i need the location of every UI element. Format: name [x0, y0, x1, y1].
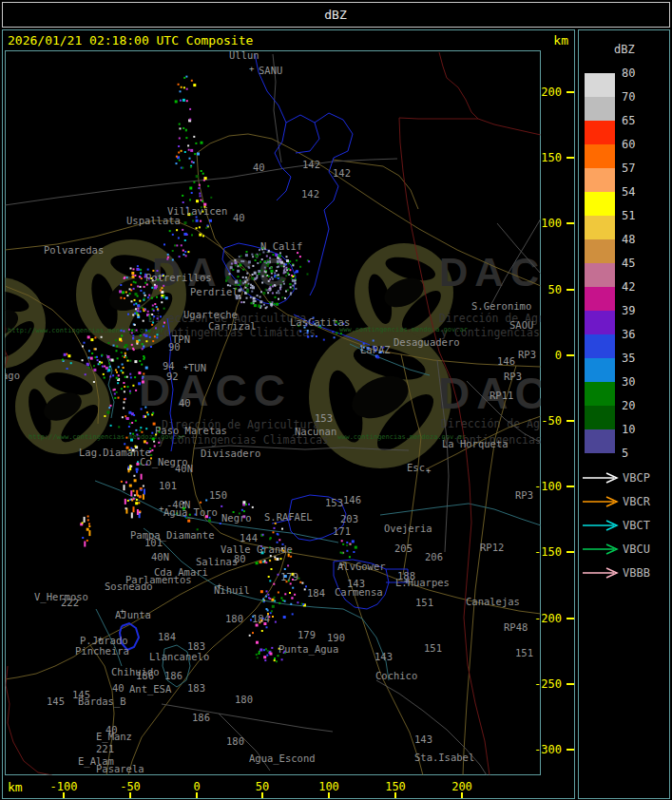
radar-echo	[138, 371, 141, 374]
radar-echo	[119, 338, 122, 341]
map-label: 142	[301, 188, 319, 200]
radar-echo	[349, 543, 351, 545]
radar-echo	[276, 276, 278, 277]
radar-echo	[240, 256, 242, 257]
radar-echo	[144, 489, 145, 495]
radar-echo	[257, 275, 259, 276]
radar-echo	[121, 334, 123, 336]
radar-echo	[285, 291, 287, 293]
radar-echo	[131, 300, 133, 302]
radar-echo	[116, 371, 118, 373]
radar-echo	[269, 580, 271, 581]
radar-echo	[176, 156, 178, 158]
map-label: 143	[414, 733, 432, 745]
map-label: Valle Grande	[221, 543, 293, 555]
radar-echo	[262, 534, 264, 536]
radar-echo	[267, 259, 269, 261]
radar-echo	[268, 576, 270, 578]
radar-echo	[172, 250, 174, 252]
radar-echo	[107, 355, 110, 358]
radar-echo	[144, 333, 145, 335]
scale-value: 45	[622, 257, 635, 270]
radar-echo	[64, 353, 67, 356]
radar-echo	[122, 355, 124, 357]
map-label: RP3	[518, 349, 536, 360]
radar-echo	[235, 261, 238, 264]
map-label: Negro	[221, 512, 252, 524]
radar-echo	[274, 597, 276, 599]
radar-echo	[125, 356, 127, 358]
radar-echo	[91, 352, 93, 354]
map-label: 144	[240, 532, 258, 543]
scale-swatch	[585, 287, 615, 311]
scale-value: 42	[622, 280, 635, 294]
radar-echo	[135, 502, 138, 505]
radar-echo	[271, 647, 273, 649]
radar-echo	[269, 289, 271, 291]
radar-echo	[290, 286, 292, 288]
map-label: 180	[235, 694, 253, 705]
radar-echo	[114, 393, 116, 395]
radar-echo	[147, 311, 149, 313]
radar-echo	[141, 431, 143, 433]
radar-echo	[248, 504, 250, 505]
radar-echo	[248, 283, 250, 285]
radar-echo	[288, 268, 290, 270]
map-label: E_Manz	[96, 731, 132, 743]
radar-echo	[304, 588, 306, 590]
radar-echo	[198, 187, 200, 189]
map-label: Uspallata	[126, 215, 181, 226]
radar-echo	[151, 314, 153, 315]
map-label: 90	[168, 341, 181, 352]
radar-echo	[123, 367, 125, 369]
radar-echo	[132, 334, 134, 336]
radar-echo	[133, 288, 135, 290]
map-label: Punta_Agua	[278, 643, 338, 656]
map-label: Paso_Maretas	[155, 425, 227, 437]
radar-echo	[204, 177, 207, 180]
scale-value: 10	[622, 423, 635, 436]
x-axis-tick	[261, 792, 263, 798]
radar-echo	[272, 616, 274, 618]
radar-echo	[126, 276, 128, 278]
radar-echo	[183, 77, 185, 79]
radar-echo	[242, 282, 244, 284]
radar-echo	[263, 304, 265, 306]
radar-echo	[152, 340, 154, 342]
radar-echo	[261, 282, 263, 284]
radar-echo	[234, 259, 236, 261]
radar-echo	[123, 408, 125, 410]
legend-code: VBBB	[623, 566, 650, 580]
radar-echo	[120, 284, 122, 286]
radar-echo	[88, 350, 90, 352]
radar-echo	[118, 397, 120, 399]
radar-echo	[272, 293, 274, 295]
radar-echo	[276, 303, 278, 306]
radar-echo	[185, 129, 187, 131]
radar-echo	[117, 382, 119, 384]
radar-echo	[135, 293, 138, 295]
radar-echo	[252, 274, 254, 276]
radar-echo	[167, 254, 169, 256]
radar-echo	[110, 425, 112, 427]
radar-echo	[267, 265, 269, 267]
km-unit-bottom: km	[8, 780, 23, 794]
radar-echo	[299, 266, 301, 268]
radar-echo	[144, 407, 146, 409]
radar-echo	[240, 283, 241, 285]
radar-echo	[270, 270, 273, 273]
radar-echo	[276, 558, 278, 561]
radar-echo	[155, 327, 157, 329]
radar-echo	[259, 561, 262, 563]
scale-swatch	[585, 429, 615, 453]
radar-echo	[192, 220, 194, 222]
radar-echo	[279, 252, 281, 254]
radar-echo	[193, 136, 195, 138]
map-label: Sosneado	[105, 581, 153, 592]
radar-echo	[127, 500, 129, 502]
radar-echo	[271, 267, 273, 269]
radar-echo	[290, 556, 292, 558]
scale-swatch	[585, 168, 615, 192]
y-axis-tick	[566, 354, 574, 356]
radar-echo	[255, 259, 257, 261]
